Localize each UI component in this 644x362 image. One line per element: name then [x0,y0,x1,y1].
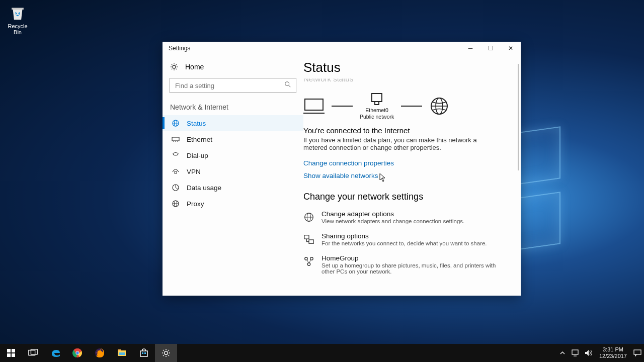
sidebar: Home Network & Internet Status Ethernet … [163,55,303,296]
taskbar[interactable]: 3:31 PM 12/23/2017 [0,344,644,362]
window-title: Settings [169,45,190,52]
scrollbar[interactable] [518,64,519,170]
option-title: HomeGroup [321,254,503,262]
option-title: Change adapter options [321,210,464,218]
svg-line-2 [289,85,291,87]
edge-icon[interactable] [44,344,66,362]
option-title: Sharing options [321,232,487,240]
gear-icon [170,63,178,71]
network-diagram: Ethernet0 Public network [303,92,506,120]
svg-rect-42 [144,352,146,354]
svg-rect-6 [172,137,179,141]
settings-taskbar-icon[interactable] [155,344,177,362]
sidebar-item-datausage[interactable]: Data usage [163,179,303,196]
globe-icon [172,119,180,127]
titlebar[interactable]: Settings ─ ☐ ✕ [163,42,521,55]
nav-label: Proxy [187,200,204,208]
sharing-icon [303,234,314,245]
svg-rect-29 [7,353,11,357]
clock[interactable]: 3:31 PM 12/23/2017 [595,346,631,359]
proxy-icon [172,200,180,208]
vpn-icon [172,167,180,175]
firefox-icon[interactable] [89,344,111,362]
svg-rect-15 [375,102,379,105]
task-view-button[interactable] [22,344,44,362]
connected-heading: You're connected to the Internet [303,126,506,135]
svg-rect-44 [572,350,578,354]
recycle-bin[interactable]: Recycle Bin [4,3,31,35]
store-icon[interactable] [133,344,155,362]
computer-icon [303,98,325,115]
section-label: Network & Internet [163,100,303,115]
content-pane: Status Network status Ethernet0 Public n… [303,55,521,296]
search-input[interactable] [170,78,296,93]
svg-rect-38 [118,349,121,351]
file-explorer-icon[interactable] [111,344,133,362]
svg-rect-7 [175,171,177,173]
change-settings-heading: Change your network settings [303,192,506,202]
nav-label: Dial-up [187,152,208,159]
recycle-bin-label: Recycle Bin [4,23,31,35]
svg-rect-30 [12,353,15,357]
datausage-icon [172,184,180,192]
svg-point-43 [165,351,168,355]
page-title: Status [303,60,506,75]
svg-point-35 [76,351,78,354]
nav-label: Ethernet [187,136,212,143]
svg-rect-14 [372,94,382,102]
adapter-name: Ethernet0 [360,107,394,114]
adapter-type: Public network [360,114,394,120]
search-icon [284,81,291,90]
nav-label: Status [187,120,206,127]
option-homegroup[interactable]: HomeGroup Set up a homegroup to share pi… [303,254,506,275]
svg-rect-12 [305,99,323,110]
connected-body: If you have a limited data plan, you can… [303,136,495,151]
svg-rect-23 [309,240,313,243]
link-show-networks[interactable]: Show available networks [303,172,506,179]
svg-rect-28 [12,349,15,352]
svg-rect-27 [7,349,11,352]
start-button[interactable] [0,344,22,362]
svg-point-26 [307,263,310,266]
adapter-options-icon [303,212,314,223]
tray-volume-icon[interactable] [582,344,595,362]
sidebar-item-ethernet[interactable]: Ethernet [163,131,303,147]
sidebar-item-status[interactable]: Status [163,115,303,131]
settings-window: Settings ─ ☐ ✕ Home Network & Internet S… [163,42,521,296]
option-adapter[interactable]: Change adapter options View network adap… [303,210,506,224]
nav-label: Data usage [187,184,221,192]
maximize-button[interactable]: ☐ [480,42,501,55]
sidebar-item-dialup[interactable]: Dial-up [163,147,303,163]
sidebar-item-proxy[interactable]: Proxy [163,196,303,212]
ethernet-icon [172,135,180,143]
link-change-properties[interactable]: Change connection properties [303,159,506,167]
action-center-icon[interactable] [631,344,644,362]
adapter-icon [369,92,384,107]
svg-rect-46 [634,350,641,354]
sidebar-item-vpn[interactable]: VPN [163,163,303,179]
home-label: Home [185,63,204,71]
homegroup-icon [303,256,314,267]
svg-rect-40 [140,351,147,356]
internet-globe-icon [429,96,449,116]
option-desc: Set up a homegroup to share pictures, mu… [321,262,503,275]
option-desc: For the networks you connect to, decide … [321,240,487,246]
phone-icon [172,151,180,159]
nav-label: VPN [187,168,201,175]
option-sharing[interactable]: Sharing options For the networks you con… [303,232,506,246]
section-ghost: Network status [303,74,506,83]
svg-point-1 [285,82,289,86]
date: 12/23/2017 [599,353,627,359]
time: 3:31 PM [599,346,627,353]
chrome-icon[interactable] [66,344,89,362]
minimize-button[interactable]: ─ [460,42,480,55]
svg-point-0 [173,65,176,68]
tray-chevron-icon[interactable] [556,344,569,362]
tray-network-icon[interactable] [569,344,582,362]
close-button[interactable]: ✕ [501,42,521,55]
system-tray: 3:31 PM 12/23/2017 [556,344,644,362]
option-desc: View network adapters and change connect… [321,218,464,224]
home-button[interactable]: Home [163,59,303,75]
svg-rect-22 [304,235,309,239]
svg-rect-39 [119,352,125,355]
